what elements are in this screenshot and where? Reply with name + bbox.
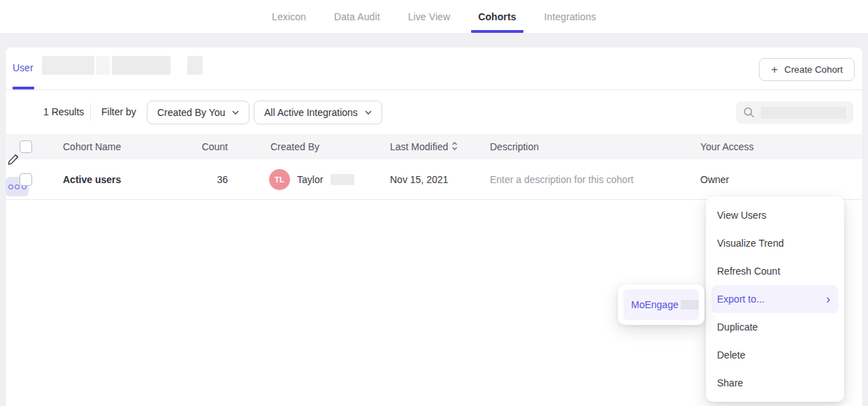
filter-row: 1 Results Filter by Created By You All A… bbox=[6, 90, 862, 134]
chevron-right-icon: › bbox=[826, 293, 830, 305]
cohort-count: 36 bbox=[201, 174, 228, 185]
tab-user[interactable]: User bbox=[13, 62, 34, 73]
menu-item-view-users[interactable]: View Users bbox=[706, 201, 844, 229]
tab-data-audit[interactable]: Data Audit bbox=[324, 0, 390, 33]
created-by-dropdown[interactable]: Created By You bbox=[147, 101, 249, 124]
results-count: 1 Results bbox=[43, 106, 84, 117]
last-modified-date: Nov 15, 2021 bbox=[390, 174, 448, 185]
created-by-dropdown-value: Created By You bbox=[157, 107, 225, 118]
redacted-last-name bbox=[331, 174, 354, 185]
column-header-label: Last Modified bbox=[390, 141, 448, 152]
tab-label: Integrations bbox=[544, 11, 596, 22]
tab-cohorts[interactable]: Cohorts bbox=[468, 0, 526, 33]
create-cohort-label: Create Cohort bbox=[784, 64, 843, 75]
submenu-item-label: MoEngage bbox=[631, 299, 679, 310]
search-input[interactable] bbox=[736, 101, 853, 124]
tab-label: Data Audit bbox=[334, 11, 380, 22]
row-checkbox[interactable] bbox=[20, 173, 32, 186]
submenu-item-moengage[interactable]: MoEngage bbox=[623, 289, 699, 320]
chevron-down-icon bbox=[232, 110, 239, 115]
tab-label: Cohorts bbox=[478, 11, 516, 22]
redacted-submenu-text bbox=[681, 300, 699, 310]
redacted-tab[interactable] bbox=[112, 56, 171, 75]
menu-item-share[interactable]: Share bbox=[706, 369, 844, 397]
top-navigation: Lexicon Data Audit Live View Cohorts Int… bbox=[0, 0, 868, 33]
integrations-dropdown[interactable]: All Active Integrations bbox=[254, 101, 382, 124]
access-level: Owner bbox=[700, 174, 729, 185]
cohort-actions-menu: View Users Visualize Trend Refresh Count… bbox=[706, 196, 844, 402]
menu-item-label: Export to... bbox=[717, 293, 765, 305]
redacted-search-text bbox=[761, 107, 847, 119]
sort-icon bbox=[451, 141, 458, 151]
menu-item-export-to[interactable]: Export to... › bbox=[711, 285, 839, 313]
plus-icon: + bbox=[771, 64, 778, 75]
table-row[interactable]: Active users 36 TL Taylor Nov 15, 2021 E… bbox=[6, 159, 862, 200]
tab-lexicon[interactable]: Lexicon bbox=[262, 0, 316, 33]
menu-item-duplicate[interactable]: Duplicate bbox=[706, 313, 844, 341]
filter-by-label: Filter by bbox=[101, 106, 136, 117]
description-placeholder[interactable]: Enter a description for this cohort bbox=[490, 174, 633, 185]
column-header-description[interactable]: Description bbox=[490, 141, 539, 152]
tab-label: Lexicon bbox=[272, 11, 306, 22]
tab-label: Live View bbox=[408, 11, 451, 22]
menu-item-delete[interactable]: Delete bbox=[706, 341, 844, 369]
redacted-tab[interactable] bbox=[187, 56, 203, 75]
column-header-last-modified[interactable]: Last Modified bbox=[390, 141, 458, 152]
created-by-name: Taylor bbox=[297, 174, 323, 185]
integrations-dropdown-value: All Active Integrations bbox=[264, 107, 358, 118]
dot-icon bbox=[8, 184, 13, 189]
avatar: TL bbox=[269, 169, 290, 190]
tab-live-view[interactable]: Live View bbox=[398, 0, 461, 33]
column-header-created-by[interactable]: Created By bbox=[270, 141, 319, 152]
chevron-down-icon bbox=[365, 110, 372, 115]
table-header: Cohort Name Count Created By Last Modifi… bbox=[6, 134, 862, 159]
search-icon bbox=[743, 106, 755, 119]
column-header-count[interactable]: Count bbox=[201, 141, 228, 152]
tab-integrations[interactable]: Integrations bbox=[535, 0, 606, 33]
column-header-your-access[interactable]: Your Access bbox=[700, 141, 754, 152]
cohort-name[interactable]: Active users bbox=[63, 174, 121, 185]
export-submenu: MoEngage bbox=[618, 284, 704, 325]
cohort-type-tabs: User + Create Cohort bbox=[6, 48, 862, 90]
menu-item-refresh-count[interactable]: Refresh Count bbox=[706, 257, 844, 285]
active-tab-underline bbox=[471, 30, 523, 33]
create-cohort-button[interactable]: + Create Cohort bbox=[759, 58, 855, 81]
edit-pencil-icon[interactable] bbox=[6, 152, 21, 167]
dot-icon bbox=[15, 184, 20, 189]
redacted-tab[interactable] bbox=[42, 56, 94, 75]
redacted-tab[interactable] bbox=[96, 56, 110, 75]
column-header-cohort-name[interactable]: Cohort Name bbox=[63, 141, 121, 152]
user-tab-underline bbox=[13, 87, 34, 89]
select-all-checkbox[interactable] bbox=[20, 140, 32, 153]
divider bbox=[90, 103, 91, 121]
menu-item-visualize-trend[interactable]: Visualize Trend bbox=[706, 229, 844, 257]
cohorts-panel: User + Create Cohort 1 Results Filter by… bbox=[6, 48, 862, 406]
